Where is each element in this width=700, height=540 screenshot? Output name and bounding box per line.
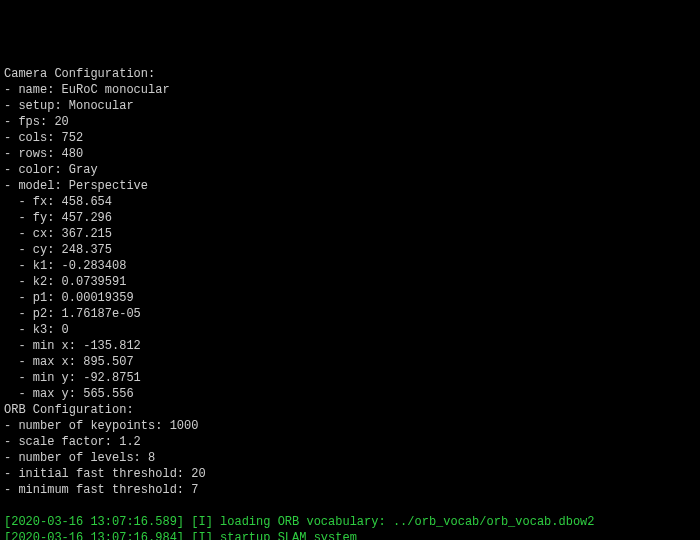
log-line: [2020-03-16 13:07:16.589] [I] loading OR… — [4, 514, 696, 530]
terminal-line: - k3: 0 — [4, 322, 696, 338]
terminal-line: ORB Configuration: — [4, 402, 696, 418]
terminal-line: - rows: 480 — [4, 146, 696, 162]
terminal-line: - min y: -92.8751 — [4, 370, 696, 386]
terminal-line: - cy: 248.375 — [4, 242, 696, 258]
terminal-line: - scale factor: 1.2 — [4, 434, 696, 450]
terminal-line: - p1: 0.00019359 — [4, 290, 696, 306]
terminal-line: - minimum fast threshold: 7 — [4, 482, 696, 498]
terminal-line: - color: Gray — [4, 162, 696, 178]
terminal-line: - max y: 565.556 — [4, 386, 696, 402]
terminal-line: - model: Perspective — [4, 178, 696, 194]
log-tag: [I] — [184, 515, 220, 529]
log-timestamp: [2020-03-16 13:07:16.984] — [4, 531, 184, 540]
terminal-line: Camera Configuration: — [4, 66, 696, 82]
terminal-line: - p2: 1.76187e-05 — [4, 306, 696, 322]
terminal-line: - k2: 0.0739591 — [4, 274, 696, 290]
terminal-line: - k1: -0.283408 — [4, 258, 696, 274]
terminal-line: - number of levels: 8 — [4, 450, 696, 466]
terminal-line: - number of keypoints: 1000 — [4, 418, 696, 434]
terminal-line: - min x: -135.812 — [4, 338, 696, 354]
terminal-line: - initial fast threshold: 20 — [4, 466, 696, 482]
terminal-line — [4, 498, 696, 514]
terminal-line: - cols: 752 — [4, 130, 696, 146]
terminal-output[interactable]: Camera Configuration:- name: EuRoC monoc… — [4, 66, 696, 540]
terminal-line: - setup: Monocular — [4, 98, 696, 114]
terminal-line: - fy: 457.296 — [4, 210, 696, 226]
log-message: startup SLAM system — [220, 531, 357, 540]
log-line: [2020-03-16 13:07:16.984] [I] startup SL… — [4, 530, 696, 540]
terminal-line: - max x: 895.507 — [4, 354, 696, 370]
terminal-line: - cx: 367.215 — [4, 226, 696, 242]
log-timestamp: [2020-03-16 13:07:16.589] — [4, 515, 184, 529]
terminal-line: - fx: 458.654 — [4, 194, 696, 210]
log-message: loading ORB vocabulary: ../orb_vocab/orb… — [220, 515, 594, 529]
terminal-line: - name: EuRoC monocular — [4, 82, 696, 98]
log-tag: [I] — [184, 531, 220, 540]
terminal-line: - fps: 20 — [4, 114, 696, 130]
